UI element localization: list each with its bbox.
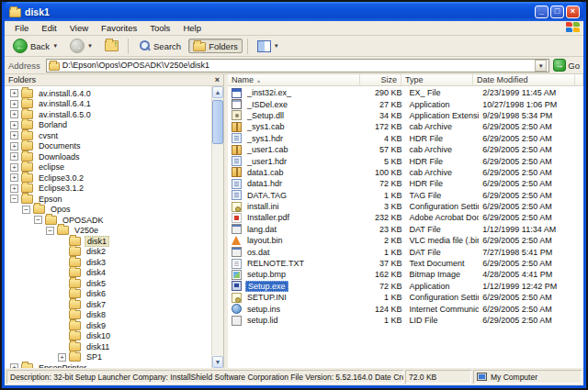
file-name-cell[interactable]: _user1.hdr: [228, 156, 364, 166]
tree-item[interactable]: disk8: [5, 310, 211, 321]
collapse-minus-icon[interactable]: −: [10, 195, 18, 203]
expand-plus-icon[interactable]: +: [10, 173, 18, 182]
tree-scrollbar[interactable]: ▲ ▼: [211, 86, 223, 368]
tree-item[interactable]: disk3: [5, 257, 211, 268]
menu-item-view[interactable]: View: [63, 22, 95, 34]
table-row[interactable]: DATA.TAG1 KBTAG File6/29/2005 2:50 AM: [228, 190, 583, 201]
file-name-cell[interactable]: _user1.cab: [228, 145, 364, 155]
back-dropdown-icon[interactable]: ▼: [52, 43, 58, 49]
table-row[interactable]: install.ini3 KBConfiguration Settings6/2…: [228, 201, 583, 212]
file-name-cell[interactable]: _Setup.dll: [228, 110, 364, 120]
tree-item[interactable]: +cvsnt: [5, 130, 211, 141]
table-row[interactable]: _Setup.dll34 KBApplication Extension9/29…: [228, 110, 583, 121]
expand-plus-icon[interactable]: +: [10, 89, 18, 97]
folders-button[interactable]: Folders: [188, 39, 243, 53]
file-name-cell[interactable]: os.dat: [228, 247, 364, 257]
table-row[interactable]: lang.dat23 KBDAT File1/12/1999 11:34 AM: [228, 224, 583, 235]
table-row[interactable]: data1.hdr72 KBHDR File6/29/2005 2:50 AM: [228, 178, 583, 189]
column-header-type[interactable]: Type: [401, 74, 473, 85]
tree-item[interactable]: disk7: [5, 299, 211, 310]
table-row[interactable]: os.dat1 KBDAT File7/27/1998 5:41 PM: [228, 246, 583, 257]
menu-item-edit[interactable]: Edit: [35, 22, 62, 34]
tree-item[interactable]: −Opos: [5, 205, 211, 216]
file-name-cell[interactable]: Setup.exe: [228, 281, 364, 292]
expand-plus-icon[interactable]: +: [10, 100, 18, 108]
table-row[interactable]: _sys1.cab172 KBcab Archive6/29/2005 2:50…: [228, 121, 583, 132]
file-name-cell[interactable]: data1.hdr: [228, 179, 364, 189]
file-name-cell[interactable]: setup.bmp: [228, 270, 364, 280]
tree-item[interactable]: +Documents: [5, 141, 211, 152]
expand-plus-icon[interactable]: +: [10, 152, 18, 161]
file-name-cell[interactable]: RELNOTE.TXT: [228, 259, 364, 269]
table-row[interactable]: _sys1.hdr4 KBHDR File6/29/2005 2:50 AM: [228, 133, 583, 144]
views-button[interactable]: ▼: [253, 39, 284, 54]
tree-item[interactable]: −V250e: [5, 226, 211, 237]
address-dropdown-icon[interactable]: ▼: [535, 60, 547, 72]
tree-item[interactable]: disk5: [5, 278, 211, 289]
forward-dropdown-icon[interactable]: ▼: [87, 43, 93, 49]
column-header-size[interactable]: Size: [360, 74, 401, 85]
expand-plus-icon[interactable]: +: [10, 131, 18, 139]
tree-item[interactable]: +av.install.6.5.0: [5, 109, 211, 120]
tree-item[interactable]: −OPOSADK: [5, 215, 211, 226]
file-name-cell[interactable]: setup.ins: [228, 304, 364, 314]
table-row[interactable]: Setup.exe72 KBApplication1/12/1999 12:42…: [228, 281, 583, 292]
scroll-down-icon[interactable]: ▼: [212, 356, 223, 368]
file-name-cell[interactable]: lang.dat: [228, 224, 364, 234]
maximize-button[interactable]: □: [550, 6, 564, 18]
menu-item-tools[interactable]: Tools: [143, 22, 176, 34]
table-row[interactable]: setup.bmp162 KBBitmap Image4/28/2005 4:4…: [228, 269, 583, 280]
file-name-cell[interactable]: SETUP.INI: [228, 293, 364, 303]
table-row[interactable]: RELNOTE.TXT37 KBText Document6/29/2005 2…: [228, 258, 583, 269]
tree-item[interactable]: +Borland: [5, 120, 211, 131]
table-row[interactable]: Installer.pdf232 KBAdobe Acrobat Doc...6…: [228, 212, 583, 223]
forward-button[interactable]: → ▼: [65, 37, 97, 55]
close-button[interactable]: ×: [566, 6, 580, 18]
folders-pane-close-icon[interactable]: ×: [215, 76, 220, 84]
menu-item-favorites[interactable]: Favorites: [95, 22, 143, 34]
table-row[interactable]: _inst32i.ex_290 KBEX_ File2/23/1999 11:4…: [228, 87, 583, 98]
back-button[interactable]: ← Back ▼: [8, 37, 62, 55]
file-name-cell[interactable]: _inst32i.ex_: [228, 88, 364, 98]
tree-item[interactable]: disk6: [5, 289, 211, 300]
file-name-cell[interactable]: setup.lid: [228, 316, 364, 326]
table-row[interactable]: layout.bin2 KBVLC media file (.bin)6/29/…: [228, 235, 583, 246]
file-name-cell[interactable]: DATA.TAG: [228, 190, 364, 200]
file-name-cell[interactable]: layout.bin: [228, 236, 364, 245]
table-row[interactable]: _user1.cab57 KBcab Archive6/29/2005 2:50…: [228, 144, 583, 155]
table-row[interactable]: setup.ins124 KBInternet Communic...6/29/…: [228, 303, 583, 314]
tree-item[interactable]: disk10: [5, 331, 211, 342]
expand-plus-icon[interactable]: +: [10, 110, 18, 118]
tree-item[interactable]: +eclipse: [5, 162, 211, 173]
address-value[interactable]: D:\Epson\Opos\OPOSADK\V250e\disk1: [62, 61, 532, 70]
collapse-minus-icon[interactable]: −: [22, 206, 30, 214]
file-name-cell[interactable]: _sys1.cab: [228, 122, 364, 132]
file-name-cell[interactable]: _sys1.hdr: [228, 133, 364, 143]
search-button[interactable]: Search: [133, 38, 186, 54]
expand-plus-icon[interactable]: +: [10, 121, 18, 129]
file-name-cell[interactable]: Installer.pdf: [228, 213, 364, 223]
table-row[interactable]: data1.cab100 KBcab Archive6/29/2005 2:50…: [228, 167, 583, 178]
column-header-name[interactable]: Name▴: [228, 74, 360, 85]
expand-plus-icon[interactable]: +: [10, 163, 18, 172]
expand-plus-icon[interactable]: +: [58, 353, 66, 362]
menu-item-file[interactable]: File: [8, 22, 35, 34]
tree-item[interactable]: disk9: [5, 320, 211, 331]
collapse-minus-icon[interactable]: −: [46, 227, 54, 235]
table-row[interactable]: setup.lid1 KBLID File6/29/2005 2:50 AM: [228, 315, 583, 326]
expand-plus-icon[interactable]: +: [10, 142, 18, 150]
tree-item[interactable]: +SP1: [5, 352, 211, 363]
table-row[interactable]: _ISDel.exe27 KBApplication10/27/1998 1:0…: [228, 98, 583, 109]
file-name-cell[interactable]: install.ini: [228, 202, 364, 212]
tree-item[interactable]: disk2: [5, 247, 211, 258]
go-button[interactable]: → Go: [553, 59, 580, 72]
file-name-cell[interactable]: _ISDel.exe: [228, 99, 364, 109]
title-bar[interactable]: disk1 _ □ ×: [5, 2, 583, 21]
tree-item[interactable]: +Downloads: [5, 151, 211, 162]
up-button[interactable]: [100, 39, 123, 53]
collapse-minus-icon[interactable]: −: [34, 216, 42, 224]
minimize-button[interactable]: _: [535, 6, 548, 18]
address-combo[interactable]: D:\Epson\Opos\OPOSADK\V250e\disk1 ▼: [46, 59, 549, 72]
table-row[interactable]: _user1.hdr5 KBHDR File6/29/2005 2:50 AM: [228, 155, 583, 166]
scroll-up-icon[interactable]: ▲: [212, 86, 223, 98]
